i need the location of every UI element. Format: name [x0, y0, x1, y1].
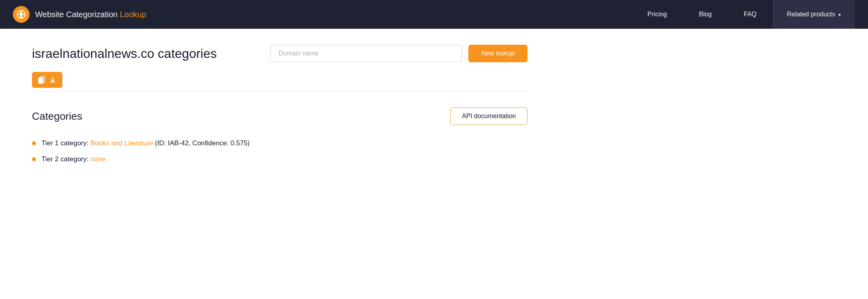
action-bar — [32, 72, 528, 88]
svg-rect-3 — [39, 78, 43, 83]
brand-title: Website Categorization Lookup — [35, 10, 146, 19]
brand-area: Website Categorization Lookup — [13, 6, 146, 23]
api-documentation-button[interactable]: API documentation — [450, 107, 528, 125]
categories-header: Categories API documentation — [32, 107, 528, 125]
page-title: israelnationalnews.co categories — [32, 46, 217, 61]
tier2-link[interactable]: none — [90, 155, 106, 163]
list-item: Tier 1 category: Books and Literature (I… — [32, 139, 528, 147]
category-list: Tier 1 category: Books and Literature (I… — [32, 139, 528, 163]
search-area: New lookup — [270, 45, 528, 62]
nav-pricing[interactable]: Pricing — [631, 0, 683, 29]
categories-section: Categories API documentation Tier 1 cate… — [32, 107, 528, 163]
header: Website Categorization Lookup Pricing Bl… — [0, 0, 868, 29]
chevron-down-icon: ▾ — [838, 12, 841, 18]
bullet-icon — [32, 141, 36, 145]
nav-related-products-label: Related products — [787, 11, 835, 18]
domain-input[interactable] — [270, 45, 462, 62]
tier1-link[interactable]: Books and Literature — [90, 139, 153, 147]
tier1-detail: (ID: IAB-42, Confidence: 0.575) — [153, 139, 250, 147]
top-row: israelnationalnews.co categories New loo… — [32, 45, 528, 62]
logo-svg — [16, 10, 26, 19]
section-divider — [32, 91, 528, 91]
tier2-label: Tier 2 category: none — [42, 155, 106, 163]
download-icon — [49, 76, 57, 84]
nav-faq[interactable]: FAQ — [728, 0, 772, 29]
bullet-icon — [32, 157, 36, 161]
categories-title: Categories — [32, 110, 82, 123]
brand-highlight: Lookup — [120, 10, 146, 19]
brand-text: Website Categorization — [35, 10, 120, 19]
main-nav: Pricing Blog FAQ Related products ▾ — [631, 0, 855, 29]
new-lookup-button[interactable]: New lookup — [468, 45, 528, 62]
copy-button[interactable] — [32, 72, 62, 88]
nav-blog[interactable]: Blog — [683, 0, 728, 29]
logo-icon — [13, 6, 30, 23]
main-content: israelnationalnews.co categories New loo… — [0, 29, 559, 179]
tier1-label: Tier 1 category: Books and Literature (I… — [42, 139, 250, 147]
list-item: Tier 2 category: none — [32, 155, 528, 163]
nav-related-products[interactable]: Related products ▾ — [772, 0, 855, 29]
copy-icon — [38, 76, 46, 84]
